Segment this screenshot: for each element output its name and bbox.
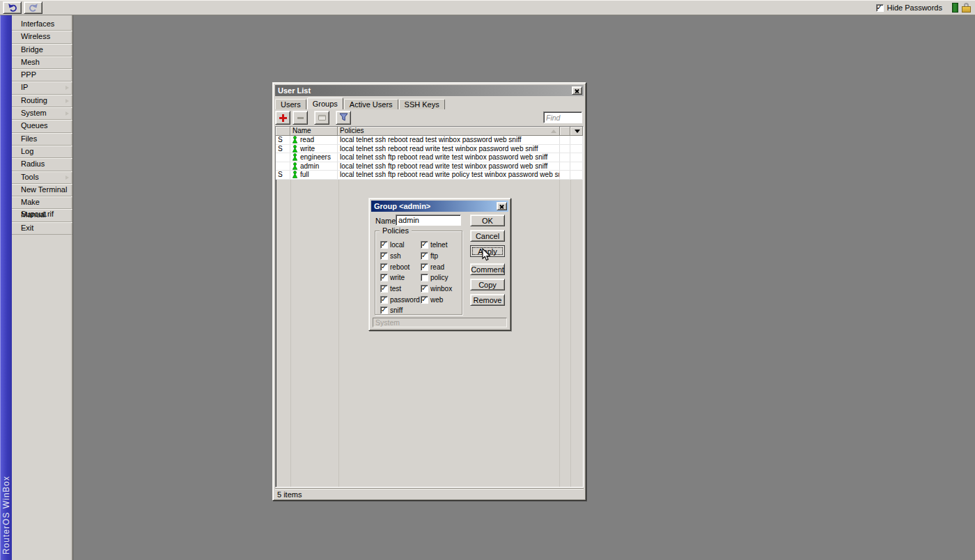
plus-icon [279, 114, 287, 122]
sidebar-item-radius[interactable]: Radius [12, 158, 72, 171]
policy-read[interactable]: read [421, 261, 452, 272]
user-list-titlebar[interactable]: User List [275, 85, 584, 96]
policy-telnet[interactable]: telnet [421, 240, 452, 251]
policy-local[interactable]: local [380, 240, 421, 251]
secure-lock-icon [962, 3, 971, 13]
policy-ssh[interactable]: ssh [380, 251, 421, 262]
table-row[interactable]: adminlocal telnet ssh ftp reboot read wr… [276, 162, 583, 171]
policies-column-header[interactable]: Policies [338, 127, 560, 136]
submenu-arrow-icon [65, 99, 69, 103]
checkbox-reboot[interactable] [380, 263, 388, 271]
checkbox-telnet[interactable] [421, 241, 428, 249]
sidebar-item-system[interactable]: System [12, 107, 72, 120]
policy-policy[interactable]: policy [421, 272, 452, 283]
checkbox-policy[interactable] [421, 274, 428, 281]
sidebar-item-label: Files [21, 134, 37, 143]
checkbox-local[interactable] [380, 241, 388, 249]
sidebar-item-interfaces[interactable]: Interfaces [12, 18, 72, 31]
copy-button[interactable]: Copy [470, 279, 505, 290]
name-label: Name: [375, 217, 398, 225]
sidebar-item-label: Interfaces [21, 20, 54, 28]
table-row[interactable]: Sreadlocal telnet ssh reboot read test w… [276, 136, 583, 145]
remove-button[interactable] [292, 111, 308, 125]
close-button[interactable] [572, 86, 582, 95]
policy-password[interactable]: password [380, 294, 421, 305]
table-row[interactable]: Sfulllocal telnet ssh ftp reboot read wr… [276, 171, 583, 180]
find-input[interactable] [543, 111, 582, 123]
connection-status-icon [952, 3, 958, 13]
checkbox-test[interactable] [380, 285, 388, 293]
sidebar-item-label: PPP [21, 70, 36, 79]
sidebar-item-routing[interactable]: Routing [12, 95, 72, 107]
policy-write[interactable]: write [380, 272, 421, 283]
policy-label: sniff [390, 306, 403, 314]
sidebar-item-ppp[interactable]: PPP [12, 69, 72, 81]
sidebar-item-mesh[interactable]: Mesh [12, 56, 72, 69]
row-spacer [570, 162, 583, 171]
policy-label: winbox [430, 285, 452, 293]
undo-button[interactable] [3, 1, 22, 14]
checkbox-ftp[interactable] [421, 252, 428, 260]
row-policies: local telnet ssh ftp reboot read write t… [338, 153, 560, 162]
checkbox-winbox[interactable] [421, 285, 428, 293]
sidebar-item-make-supout-rif[interactable]: Make Supout.rif [12, 196, 72, 209]
sidebar-item-new-terminal[interactable]: New Terminal [12, 184, 72, 196]
tab-users[interactable]: Users [275, 99, 306, 109]
policies-fieldset: Policies localtelnetsshftprebootreadwrit… [375, 231, 462, 315]
sidebar-item-label: Routing [21, 96, 47, 104]
policy-ftp[interactable]: ftp [421, 251, 452, 262]
filter-button[interactable] [336, 111, 351, 125]
checkbox-ssh[interactable] [380, 252, 388, 260]
sidebar-item-wireless[interactable]: Wireless [12, 31, 72, 43]
sidebar-item-queues[interactable]: Queues [12, 120, 72, 132]
tab-active-users[interactable]: Active Users [344, 99, 398, 109]
add-button[interactable] [275, 111, 290, 125]
policy-reboot[interactable]: reboot [380, 261, 421, 272]
sidebar-item-tools[interactable]: Tools [12, 171, 72, 184]
policy-web[interactable]: web [421, 294, 452, 305]
policy-sniff[interactable]: sniff [380, 305, 421, 316]
top-toolbar: Hide Passwords [0, 0, 975, 15]
sidebar-item-log[interactable]: Log [12, 146, 72, 158]
group-dialog-titlebar[interactable]: Group <admin> [371, 201, 508, 212]
checkbox-read[interactable] [421, 263, 428, 271]
sidebar-item-bridge[interactable]: Bridge [12, 44, 72, 56]
sidebar-item-manual[interactable]: Manual [12, 209, 72, 221]
checkbox-password[interactable] [380, 296, 388, 304]
ok-button[interactable]: OK [470, 215, 505, 226]
table-row[interactable]: Swritelocal telnet ssh reboot read write… [276, 145, 583, 154]
name-input[interactable] [396, 215, 461, 226]
sidebar-item-label: Queues [21, 121, 48, 130]
tab-ssh-keys[interactable]: SSH Keys [399, 99, 445, 109]
redo-button[interactable] [24, 1, 42, 14]
mouse-cursor [482, 248, 491, 263]
sidebar-item-files[interactable]: Files [12, 133, 72, 146]
filter-icon [339, 113, 348, 123]
dialog-close-button[interactable] [497, 202, 507, 210]
row-spacer [560, 153, 570, 162]
column-options-button[interactable] [570, 127, 583, 136]
comment-button[interactable]: Comment [470, 263, 505, 275]
copy-button[interactable] [314, 111, 329, 125]
tab-groups[interactable]: Groups [307, 98, 343, 109]
remove-button[interactable]: Remove [470, 294, 505, 306]
checkbox-sniff[interactable] [380, 306, 388, 314]
close-icon [499, 204, 504, 209]
spacer-column-header [560, 127, 570, 136]
policy-test[interactable]: test [380, 283, 421, 295]
checkbox-write[interactable] [380, 274, 388, 281]
table-row[interactable]: engineerslocal telnet ssh ftp reboot rea… [276, 153, 583, 162]
cancel-button[interactable]: Cancel [470, 230, 505, 242]
name-column-header[interactable]: Name [290, 127, 338, 136]
sidebar-item-exit[interactable]: Exit [12, 222, 72, 235]
checkbox-web[interactable] [421, 296, 428, 304]
sidebar-item-label: Tools [21, 173, 39, 181]
sidebar-item-label: IP [21, 83, 28, 91]
sidebar-item-ip[interactable]: IP [12, 81, 72, 94]
flag-column-header[interactable] [276, 127, 290, 136]
hide-passwords-checkbox[interactable] [876, 4, 884, 12]
status-bar: 5 items [275, 488, 584, 499]
policy-winbox[interactable]: winbox [421, 283, 452, 295]
group-icon [292, 162, 298, 170]
sidebar-item-label: Log [21, 147, 33, 155]
